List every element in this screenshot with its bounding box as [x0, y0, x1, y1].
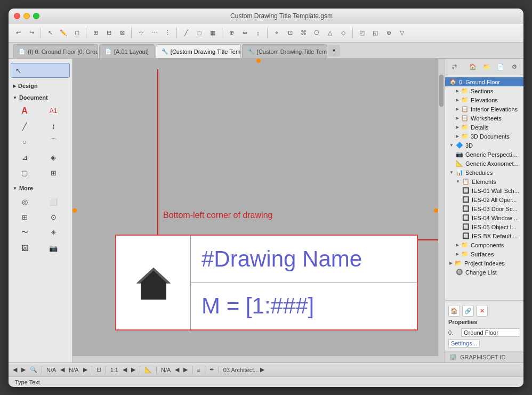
pointer-tool-button[interactable]: ↖ — [11, 63, 70, 78]
more-tool-7[interactable]: 🖼 — [12, 240, 37, 255]
tree-item-iesbx[interactable]: 🔲 IES-BX Default ... — [458, 231, 523, 240]
vscrollbar-thumb[interactable] — [439, 75, 444, 107]
tab-drawing-template-2[interactable]: 🔧 [Custom Drawing Title Templ... — [242, 44, 327, 58]
status-na-prev[interactable]: ◀ — [175, 366, 179, 373]
status-nav-prev[interactable]: ◀ — [60, 366, 65, 373]
tree-item-elements[interactable]: ▼ 📋 Elements — [452, 177, 523, 186]
undo-button[interactable]: ↩ — [12, 27, 25, 39]
text-tool-2-button[interactable]: A1 — [41, 103, 66, 118]
extra4-button[interactable]: ▽ — [396, 27, 408, 39]
rect-tool-button[interactable]: □ — [193, 27, 206, 39]
pen-tool-button[interactable]: ✏️ — [57, 27, 70, 39]
tree-item-elevations[interactable]: ▶ 📁 Elevations — [452, 95, 523, 104]
settings-button[interactable]: Settings... — [448, 339, 480, 348]
design-section-header[interactable]: ▶ Design — [12, 81, 69, 91]
tree-item-change-list[interactable]: 🔘 Change List — [452, 268, 523, 277]
tab-more-button[interactable]: ▾ — [328, 45, 340, 57]
line-tool-button[interactable]: ╱ — [180, 27, 192, 39]
tree-item-ies01[interactable]: 🔲 IES-01 Wall Sch... — [458, 186, 523, 195]
status-na-next[interactable]: ▶ — [183, 366, 188, 373]
scale-tool-button[interactable]: ⊞ — [41, 165, 66, 180]
tree-item-3d[interactable]: ▼ 🔷 3D — [445, 141, 523, 150]
tree-item-components[interactable]: ▶ 📁 Components — [452, 240, 523, 249]
misc6-button[interactable]: ◇ — [337, 27, 350, 39]
eraser-tool-button[interactable]: ◻ — [70, 27, 83, 39]
view2-button[interactable]: ⊟ — [102, 27, 115, 39]
status-view-icon[interactable]: ⊡ — [96, 366, 101, 373]
minimize-button[interactable] — [23, 13, 30, 19]
rp-navigate-btn[interactable]: ⇄ — [448, 61, 460, 72]
misc4-button[interactable]: ⎔ — [310, 27, 323, 39]
measure-tool-button[interactable]: ⊿ — [12, 150, 37, 165]
transform2-button[interactable]: ⇔ — [238, 27, 251, 39]
status-layers-icon[interactable]: ≡ — [197, 367, 200, 373]
view3-button[interactable]: ⊠ — [116, 27, 128, 39]
forward-icon[interactable]: ▶ — [21, 366, 26, 373]
extra1-button[interactable]: ◰ — [356, 27, 368, 39]
tree-item-persp[interactable]: 📷 Generic Perspectiv... — [452, 150, 523, 159]
tree-item-project-indexes[interactable]: ▶ 📂 Project Indexes — [445, 259, 523, 268]
edit-tool-button[interactable]: ◈ — [41, 150, 66, 165]
tree-item-sections[interactable]: ▶ 📁 Sections — [452, 86, 523, 95]
tree-item-axono[interactable]: 📐 Generic Axonomet... — [452, 159, 523, 168]
misc1-button[interactable]: ⌖ — [270, 27, 283, 39]
tree-item-ies02[interactable]: 🔲 IES-02 All Oper... — [458, 195, 523, 204]
status-nav-next[interactable]: ▶ — [83, 366, 87, 373]
document-section-header[interactable]: ▼ Document — [12, 93, 69, 102]
select-tool-button[interactable]: ↖ — [44, 27, 57, 39]
status-nav-back[interactable]: ◀ — [13, 366, 17, 373]
rp-new-btn[interactable]: 📄 — [495, 61, 506, 72]
misc5-button[interactable]: △ — [324, 27, 336, 39]
tab-layout[interactable]: 📄 [A.01 Layout] — [99, 44, 155, 58]
status-zoom-icon[interactable]: 🔍 — [30, 366, 37, 373]
tree-item-surfaces[interactable]: ▶ 📁 Surfaces — [452, 249, 523, 259]
close-button[interactable] — [14, 13, 20, 19]
misc2-button[interactable]: ⊡ — [284, 27, 296, 39]
more-tool-2[interactable]: ⬜ — [41, 194, 66, 209]
frame-tool-button[interactable]: ▢ — [12, 165, 37, 180]
vertical-scrollbar[interactable] — [438, 59, 445, 362]
status-scale-next[interactable]: ▶ — [131, 366, 135, 373]
more-tool-3[interactable]: ⊞ — [12, 209, 37, 224]
status-pen-icon[interactable]: ✒ — [209, 366, 214, 373]
rp-folder-btn[interactable]: 📁 — [481, 61, 493, 72]
back-icon[interactable]: ◀ — [13, 366, 17, 373]
tree-item-ies04[interactable]: 🔲 IES-04 Window ... — [458, 213, 523, 222]
tree-item-ies03[interactable]: 🔲 IES-03 Door Sc... — [458, 204, 523, 213]
more-tool-4[interactable]: ⊙ — [41, 209, 66, 224]
maximize-button[interactable] — [33, 13, 39, 19]
transform1-button[interactable]: ⊕ — [225, 27, 238, 39]
rp-settings-btn[interactable]: ⚙ — [509, 61, 520, 72]
grid1-button[interactable]: ⊹ — [134, 27, 147, 39]
status-scale-prev[interactable]: ◀ — [123, 366, 127, 373]
more-tool-5[interactable]: 〜 — [12, 225, 37, 240]
rp-home-btn[interactable]: 🏠 — [467, 61, 479, 72]
line-tool-button[interactable]: ⌇ — [41, 119, 66, 134]
grid3-button[interactable]: ⋮ — [161, 27, 174, 39]
tree-item-ground-floor[interactable]: 🏠 0. Ground Floor — [445, 77, 523, 86]
transform3-button[interactable]: ↕ — [252, 27, 264, 39]
angle-tool-button[interactable]: ⌒ — [41, 134, 66, 149]
view1-button[interactable]: ⊞ — [89, 27, 102, 39]
props-link-btn[interactable]: 🔗 — [462, 305, 474, 317]
more-tool-8[interactable]: 📷 — [41, 240, 66, 255]
draw-tool-button[interactable]: ╱ — [12, 119, 37, 134]
extra3-button[interactable]: ⊛ — [382, 27, 395, 39]
tab-drawing-template-1[interactable]: 🔧 [Custom Drawing Title Templ... — [156, 44, 241, 58]
misc3-button[interactable]: ⌘ — [297, 27, 310, 39]
circle-tool-button[interactable]: ○ — [12, 134, 37, 149]
horizontal-scrollbar[interactable] — [72, 356, 438, 362]
tree-item-interior-elevations[interactable]: ▶ 📋 Interior Elevations — [452, 104, 523, 114]
tree-item-ies05[interactable]: 🔲 IES-05 Object I... — [458, 222, 523, 231]
tree-item-worksheets[interactable]: ▶ 📋 Worksheets — [452, 114, 523, 123]
grid2-button[interactable]: ⋯ — [148, 27, 160, 39]
status-architect[interactable]: 03 Architect... ▶ — [223, 366, 265, 373]
props-close-btn[interactable]: ✕ — [476, 305, 488, 317]
more-tool-6[interactable]: ✳ — [41, 225, 66, 240]
text-tool-button[interactable]: A — [12, 103, 37, 118]
tab-ground-floor[interactable]: 📄 (I) 0. Ground Floor [0. Groun... — [13, 44, 98, 58]
status-nav-forward[interactable]: ▶ — [21, 366, 26, 373]
status-view2-icon[interactable]: 📐 — [144, 366, 152, 373]
tree-item-3ddocs[interactable]: ▶ 📁 3D Documents — [452, 132, 523, 141]
props-home-btn[interactable]: 🏠 — [448, 305, 460, 317]
